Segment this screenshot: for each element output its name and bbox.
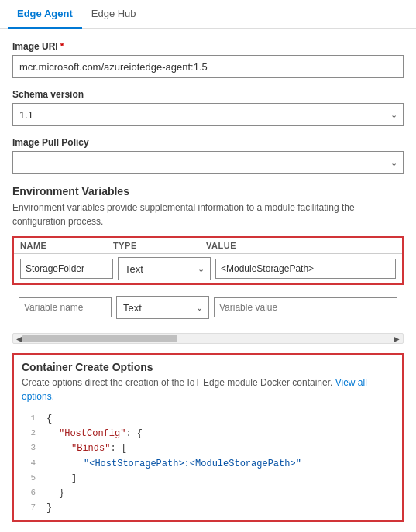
image-pull-policy-select[interactable]: Always Never (12, 151, 404, 174)
env-var-row: Text Secret ⌄ (14, 254, 402, 283)
schema-version-select[interactable]: 1.1 1.0 (12, 103, 404, 126)
schema-version-select-wrapper: 1.1 1.0 ⌄ (12, 103, 404, 126)
line-num-5: 5 (20, 472, 36, 486)
code-line-6: 6 } (14, 486, 402, 501)
env-name-input[interactable] (20, 259, 113, 279)
schema-version-label: Schema version (12, 89, 404, 100)
scroll-right-icon: ▶ (394, 335, 400, 343)
env-vars-title: Environment Variables (12, 185, 404, 197)
code-line-1: 1 { (14, 412, 402, 427)
tab-edge-agent[interactable]: Edge Agent (8, 0, 82, 29)
env-new-row: Text Secret ⌄ (12, 293, 404, 322)
code-line-2: 2 "HostConfig": { (14, 427, 402, 441)
code-line-7: 7 } (14, 501, 402, 516)
image-uri-group: Image URI * (12, 41, 404, 78)
env-type-cell: Text Secret ⌄ (118, 257, 211, 280)
code-text-2: "HostConfig": { (46, 427, 143, 441)
image-pull-policy-select-wrapper: Always Never ⌄ (12, 151, 404, 174)
scroll-thumb (22, 335, 177, 342)
container-create-options: Container Create Options Create options … (12, 353, 404, 522)
code-line-4: 4 "<HostStoragePath>:<ModuleStoragePath>… (14, 457, 402, 472)
new-type-select[interactable]: Text Secret (116, 296, 209, 319)
env-vars-section: Environment Variables Environment variab… (12, 185, 404, 322)
col-name: NAME (20, 241, 113, 250)
tab-bar: Edge Agent Edge Hub (0, 0, 416, 29)
code-line-3: 3 "Binds": [ (14, 441, 402, 456)
code-editor[interactable]: 1 { 2 "HostConfig": { 3 "Binds": [ (14, 407, 402, 520)
container-options-desc: Create options direct the creation of th… (22, 376, 394, 403)
env-vars-header-row: NAME TYPE VALUE (14, 238, 402, 254)
env-value-cell (215, 259, 396, 279)
new-value-cell (214, 297, 397, 317)
code-line-5: 5 ] (14, 472, 402, 486)
new-name-input[interactable] (19, 297, 112, 317)
scroll-left-icon: ◀ (16, 335, 22, 343)
code-text-5: ] (46, 472, 77, 486)
env-value-input[interactable] (215, 259, 396, 279)
main-content: Image URI * Schema version 1.1 1.0 ⌄ Ima… (0, 29, 416, 532)
container-options-header: Container Create Options Create options … (14, 355, 402, 407)
line-num-7: 7 (20, 501, 36, 515)
image-uri-label: Image URI * (12, 41, 404, 52)
code-text-1: { (46, 412, 52, 427)
code-wrapper: 1 { 2 "HostConfig": { 3 "Binds": [ (14, 407, 402, 520)
image-uri-input[interactable] (12, 55, 404, 78)
image-pull-policy-group: Image Pull Policy Always Never ⌄ (12, 137, 404, 174)
code-text-4: "<HostStoragePath>:<ModuleStoragePath>" (46, 457, 301, 472)
new-type-cell: Text Secret ⌄ (116, 296, 209, 319)
image-pull-policy-label: Image Pull Policy (12, 137, 404, 148)
schema-version-group: Schema version 1.1 1.0 ⌄ (12, 89, 404, 126)
code-text-6: } (46, 486, 64, 501)
line-num-4: 4 (20, 457, 36, 471)
env-vars-desc: Environment variables provide supplement… (12, 201, 404, 228)
horizontal-scrollbar[interactable]: ◀ ▶ (12, 333, 404, 344)
new-name-cell (19, 297, 112, 317)
line-num-3: 3 (20, 441, 36, 455)
env-vars-table: NAME TYPE VALUE Text Secret ⌄ (12, 236, 404, 285)
col-type: TYPE (113, 241, 206, 250)
col-value: VALUE (206, 241, 396, 250)
line-num-2: 2 (20, 427, 36, 441)
line-num-1: 1 (20, 412, 36, 426)
tab-edge-hub[interactable]: Edge Hub (82, 0, 146, 29)
env-type-select[interactable]: Text Secret (118, 257, 211, 280)
env-name-cell (20, 259, 113, 279)
line-num-6: 6 (20, 486, 36, 500)
new-value-input[interactable] (214, 297, 397, 317)
code-text-3: "Binds": [ (46, 441, 127, 456)
required-marker: * (60, 41, 64, 52)
container-options-title: Container Create Options (22, 361, 394, 373)
code-text-7: } (46, 501, 52, 516)
